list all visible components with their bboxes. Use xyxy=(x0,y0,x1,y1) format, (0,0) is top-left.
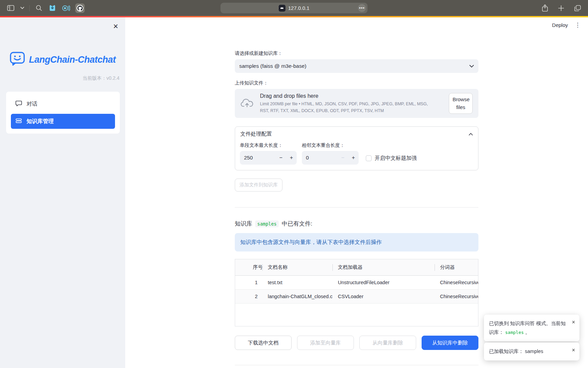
sidebar-close-icon[interactable]: ✕ xyxy=(111,22,120,31)
deploy-button[interactable]: Deploy xyxy=(552,22,568,28)
table-row[interactable]: 2 langchain-ChatGLM_closed.csv CSVLoader… xyxy=(235,289,478,303)
chunk-size-value: 250 xyxy=(244,155,276,161)
plus-icon[interactable]: + xyxy=(286,155,297,161)
sidebar-item-knowledge-base[interactable]: 知识库管理 xyxy=(11,114,115,129)
table-actions: 下载选中文档 添加至向量库 从向量库删除 从知识库中删除 xyxy=(235,336,478,350)
file-config-expander: 文件处理配置 单段文本最大长度： 250 − + xyxy=(235,126,478,170)
plus-icon[interactable]: + xyxy=(348,155,359,161)
add-files-button[interactable]: 添加文件到知识库 xyxy=(235,179,282,191)
chunk-size-input[interactable]: 250 − + xyxy=(240,151,297,165)
sidebar: ✕ LangChain-Chatchat 当前版本：v0.2.4 对话 知识库管… xyxy=(0,17,125,368)
sidebar-toggle-icon[interactable] xyxy=(6,4,15,13)
col-header-doc-name: 文档名称 xyxy=(262,259,332,275)
kb-select-value: samples (faiss @ m3e-base) xyxy=(239,63,307,69)
kb-name-code: samples xyxy=(505,330,524,335)
kb-select-label: 请选择或新建知识库： xyxy=(235,50,478,57)
version-label: 当前版本：v0.2.4 xyxy=(0,75,125,81)
col-header-splitter: 分词器 xyxy=(435,259,478,275)
info-banner: 知识库中包含源文件与向量库，请从下表中选择文件后操作 xyxy=(235,233,478,251)
kb-files-heading: 知识库 samples 中已有文件: xyxy=(235,220,478,228)
stack-database-icon xyxy=(15,117,22,125)
app-menu-icon[interactable]: ⋮ xyxy=(575,22,581,28)
chat-bubble-icon xyxy=(15,100,22,108)
col-header-index: 序号 xyxy=(249,259,262,275)
zh-title-enhance-checkbox[interactable] xyxy=(366,155,372,161)
browser-toolbar: 127.0.0.1 ••• xyxy=(0,0,588,16)
overlap-value: 0 xyxy=(306,155,338,161)
tab-overview-icon[interactable] xyxy=(573,4,582,13)
new-tab-icon[interactable] xyxy=(557,4,566,13)
table-row[interactable]: 1 test.txt UnstructuredFileLoader Chines… xyxy=(235,275,478,289)
pinned-tab-bookmark-icon[interactable] xyxy=(48,4,57,13)
expander-title: 文件处理配置 xyxy=(240,131,272,138)
upload-label: 上传知识文件： xyxy=(235,80,478,86)
cloud-upload-icon xyxy=(241,98,254,109)
chevron-up-icon xyxy=(469,131,473,137)
address-bar[interactable]: 127.0.0.1 ••• xyxy=(220,3,368,13)
divider xyxy=(235,207,478,208)
file-dropzone[interactable]: Drag and drop files here Limit 200MB per… xyxy=(235,89,478,118)
pinned-tab-radar-icon[interactable] xyxy=(62,4,70,13)
chevron-down-icon xyxy=(469,65,474,68)
minus-icon: − xyxy=(338,155,348,161)
page-settings-icon[interactable]: ••• xyxy=(358,4,366,12)
browse-files-button[interactable]: Browse files xyxy=(449,93,473,114)
chunk-size-label: 单段文本最大长度： xyxy=(240,142,297,149)
sidebar-item-label: 对话 xyxy=(27,101,37,108)
zh-title-enhance-label: 开启中文标题加强 xyxy=(375,155,417,162)
files-table: 序号 文档名称 文档加载器 分词器 1 test.txt Unstructure… xyxy=(235,259,478,326)
sidebar-item-label: 知识库管理 xyxy=(27,118,54,125)
divider xyxy=(235,365,478,365)
toolbar-divider xyxy=(29,5,30,11)
delete-from-kb-button[interactable]: 从知识库中删除 xyxy=(422,336,478,350)
dropzone-limit-text: Limit 200MB per file • HTML, MD, JSON, C… xyxy=(260,101,430,114)
chatchat-logo-icon xyxy=(10,51,25,68)
minus-icon[interactable]: − xyxy=(276,155,286,161)
close-icon[interactable]: ✕ xyxy=(572,319,575,326)
kb-name-code: samples xyxy=(255,220,279,227)
search-icon[interactable] xyxy=(34,4,43,13)
kb-select[interactable]: samples (faiss @ m3e-base) xyxy=(235,59,478,73)
close-icon[interactable]: ✕ xyxy=(572,347,575,354)
app-title: LangChain-Chatchat xyxy=(29,55,116,65)
overlap-label: 相邻文本重合长度： xyxy=(302,142,359,149)
share-icon[interactable] xyxy=(540,4,549,13)
toast-mode-switched: ✕ 已切换到 知识库问答 模式。当前知识库： samples 。 xyxy=(484,315,579,341)
overlap-input[interactable]: 0 − + xyxy=(302,151,359,165)
col-header-loader: 文档加载器 xyxy=(332,259,435,275)
download-selected-button[interactable]: 下载选中文档 xyxy=(235,336,292,350)
delete-from-vectorstore-button: 从向量库删除 xyxy=(359,336,416,350)
url-text: 127.0.0.1 xyxy=(288,5,310,11)
site-favicon xyxy=(279,5,285,12)
github-tab-icon[interactable] xyxy=(75,3,85,13)
dropzone-title: Drag and drop files here xyxy=(260,93,430,99)
sidebar-item-dialogue[interactable]: 对话 xyxy=(11,96,115,111)
chevron-down-icon[interactable] xyxy=(20,4,24,13)
toast-kb-loaded: ✕ 已加载知识库： samples xyxy=(484,342,579,361)
expander-header[interactable]: 文件处理配置 xyxy=(235,127,478,141)
add-to-vectorstore-button: 添加至向量库 xyxy=(297,336,354,350)
app-logo: LangChain-Chatchat xyxy=(0,51,125,68)
table-header-row: 序号 文档名称 文档加载器 分词器 xyxy=(235,259,478,275)
sidebar-nav: 对话 知识库管理 xyxy=(6,92,120,134)
